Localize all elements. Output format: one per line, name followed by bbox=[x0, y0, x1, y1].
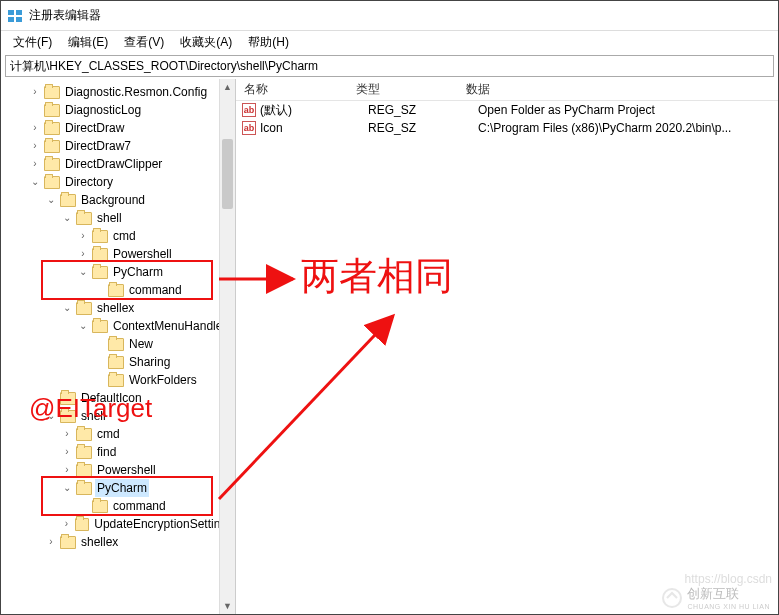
tree-item[interactable]: ›cmd bbox=[1, 227, 235, 245]
scroll-up-button[interactable]: ▲ bbox=[220, 79, 235, 95]
tree-item[interactable]: ⌄Background bbox=[1, 191, 235, 209]
tree-item[interactable]: DiagnosticLog bbox=[1, 101, 235, 119]
value-type: REG_SZ bbox=[368, 103, 478, 117]
tree-pane: ›Diagnostic.Resmon.Config DiagnosticLog … bbox=[1, 79, 236, 614]
tree-item[interactable]: ⌄shell bbox=[1, 209, 235, 227]
tree-item[interactable]: ›shellex bbox=[1, 533, 235, 551]
window-title: 注册表编辑器 bbox=[29, 7, 101, 24]
col-type[interactable]: 类型 bbox=[356, 81, 466, 98]
col-name[interactable]: 名称 bbox=[236, 81, 356, 98]
tree-item[interactable]: ⌄PyCharm bbox=[1, 479, 235, 497]
tree-scrollbar[interactable]: ▲ ▼ bbox=[219, 79, 235, 614]
address-text: 计算机\HKEY_CLASSES_ROOT\Directory\shell\Py… bbox=[10, 58, 318, 75]
tree-item[interactable]: ›find bbox=[1, 443, 235, 461]
tree-item[interactable]: ›Powershell bbox=[1, 245, 235, 263]
tree-item[interactable]: ›DirectDrawClipper bbox=[1, 155, 235, 173]
svg-rect-0 bbox=[8, 10, 14, 15]
menu-edit[interactable]: 编辑(E) bbox=[60, 32, 116, 53]
registry-tree[interactable]: ›Diagnostic.Resmon.Config DiagnosticLog … bbox=[1, 83, 235, 551]
menu-file[interactable]: 文件(F) bbox=[5, 32, 60, 53]
address-bar[interactable]: 计算机\HKEY_CLASSES_ROOT\Directory\shell\Py… bbox=[5, 55, 774, 77]
string-icon: ab bbox=[242, 103, 256, 117]
tree-item[interactable]: ›cmd bbox=[1, 425, 235, 443]
value-row[interactable]: ab (默认) REG_SZ Open Folder as PyCharm Pr… bbox=[236, 101, 778, 119]
tree-item[interactable]: New bbox=[1, 335, 235, 353]
tree-item[interactable]: ›DirectDraw7 bbox=[1, 137, 235, 155]
tree-item[interactable]: ⌄shellex bbox=[1, 299, 235, 317]
tree-item[interactable]: ⌄ContextMenuHandlers bbox=[1, 317, 235, 335]
value-data: Open Folder as PyCharm Project bbox=[478, 103, 778, 117]
menu-help[interactable]: 帮助(H) bbox=[240, 32, 297, 53]
menu-view[interactable]: 查看(V) bbox=[116, 32, 172, 53]
menu-bar: 文件(F) 编辑(E) 查看(V) 收藏夹(A) 帮助(H) bbox=[1, 31, 778, 53]
scroll-thumb[interactable] bbox=[222, 139, 233, 209]
svg-rect-1 bbox=[16, 10, 22, 15]
tree-item[interactable]: WorkFolders bbox=[1, 371, 235, 389]
value-type: REG_SZ bbox=[368, 121, 478, 135]
svg-rect-3 bbox=[16, 17, 22, 22]
tree-item[interactable]: ⌄shell bbox=[1, 407, 235, 425]
column-headers: 名称 类型 数据 bbox=[236, 79, 778, 101]
tree-item[interactable]: ›DirectDraw bbox=[1, 119, 235, 137]
value-name: Icon bbox=[260, 121, 368, 135]
title-bar: 注册表编辑器 bbox=[1, 1, 778, 31]
svg-rect-2 bbox=[8, 17, 14, 22]
tree-item[interactable]: ›Powershell bbox=[1, 461, 235, 479]
value-data: C:\Program Files (x86)\PyCharm 2020.2\bi… bbox=[478, 121, 778, 135]
list-pane: 名称 类型 数据 ab (默认) REG_SZ Open Folder as P… bbox=[236, 79, 778, 614]
tree-item[interactable]: ⌄PyCharm bbox=[1, 263, 235, 281]
tree-item[interactable]: DefaultIcon bbox=[1, 389, 235, 407]
value-row[interactable]: ab Icon REG_SZ C:\Program Files (x86)\Py… bbox=[236, 119, 778, 137]
tree-item[interactable]: ⌄Directory bbox=[1, 173, 235, 191]
tree-item[interactable]: Sharing bbox=[1, 353, 235, 371]
regedit-icon bbox=[7, 8, 23, 24]
tree-item[interactable]: command bbox=[1, 497, 235, 515]
scroll-down-button[interactable]: ▼ bbox=[220, 598, 235, 614]
menu-favorites[interactable]: 收藏夹(A) bbox=[172, 32, 240, 53]
tree-item[interactable]: command bbox=[1, 281, 235, 299]
col-data[interactable]: 数据 bbox=[466, 81, 778, 98]
tree-item[interactable]: ›UpdateEncryptionSettings bbox=[1, 515, 235, 533]
string-icon: ab bbox=[242, 121, 256, 135]
value-name: (默认) bbox=[260, 102, 368, 119]
main-split: ›Diagnostic.Resmon.Config DiagnosticLog … bbox=[1, 79, 778, 614]
tree-item[interactable]: ›Diagnostic.Resmon.Config bbox=[1, 83, 235, 101]
